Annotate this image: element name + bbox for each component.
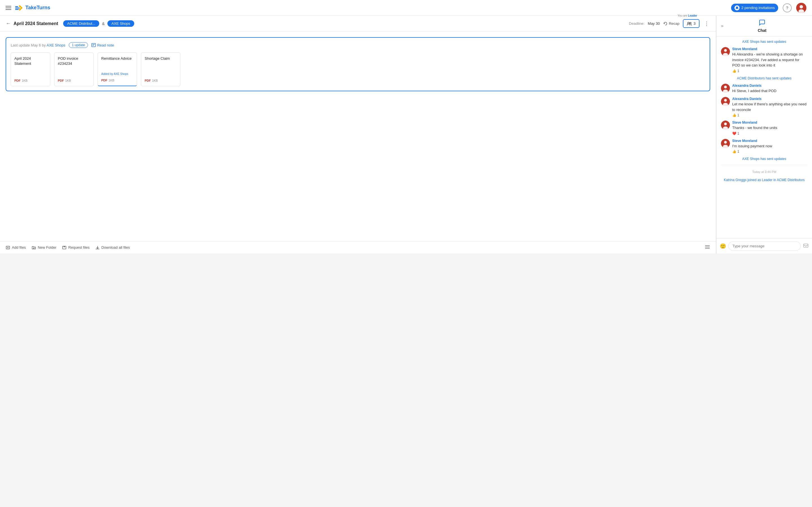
nav-right: 2 pending invitations ? <box>731 3 806 13</box>
file-card[interactable]: Shortage Claim PDF 1KB <box>141 52 181 86</box>
more-button[interactable]: ⋮ <box>703 19 710 28</box>
file-type: PDF <box>14 79 20 82</box>
msg-body-2: Alexandra Daniels Hi Steve, I added that… <box>732 83 808 94</box>
ampersand: & <box>102 21 105 26</box>
msg-text-2: Hi Steve, I added that POD <box>732 88 808 94</box>
svg-point-27 <box>724 141 727 144</box>
chat-message-4: Steve Moreland Thanks - we found the uni… <box>721 121 808 135</box>
file-size: 1KB <box>152 79 158 82</box>
logo[interactable]: TakeTurns <box>15 4 50 12</box>
file-card-footer: PDF 1KB <box>14 78 47 82</box>
svg-point-24 <box>724 122 727 125</box>
notifications-label: 2 pending invitations <box>741 6 775 10</box>
you-are-leader: You are Leader <box>677 14 697 17</box>
msg-body-4: Steve Moreland Thanks - we found the uni… <box>732 121 808 135</box>
send-button[interactable] <box>803 243 809 249</box>
time-separator: Today at 3:44 PM <box>721 170 808 173</box>
msg-reaction-3[interactable]: 👍 1 <box>732 113 808 117</box>
new-folder-button[interactable]: New Folder <box>32 245 56 250</box>
msg-reaction-4[interactable]: ❤️ 1 <box>732 131 808 135</box>
file-size: 1KB <box>65 79 71 82</box>
download-all-button[interactable]: Download all files <box>95 245 130 250</box>
participants-button[interactable]: 3 <box>683 19 700 28</box>
bottom-toolbar: Add files New Folder Request files Downl… <box>0 241 716 253</box>
file-card-name: POD invoice #234234 <box>58 56 90 66</box>
content-border: Last update May 6 by AXE Shops 1 update … <box>6 37 710 91</box>
nav-left: TakeTurns <box>6 4 50 12</box>
last-update-by-link[interactable]: AXE Shops <box>47 43 65 47</box>
file-size: 1KB <box>22 79 28 82</box>
back-button[interactable]: ← <box>6 20 11 26</box>
chat-message-5: Steve Moreland I'm issuing payment now 👍… <box>721 139 808 154</box>
file-size: 1KB <box>109 78 114 82</box>
company1-tag[interactable]: ACME Distribut... <box>63 20 99 27</box>
chat-message-1: Steve Moreland Hi Alexandra - we're show… <box>721 47 808 73</box>
steve-avatar-2 <box>721 121 730 129</box>
file-type: PDF <box>58 79 64 82</box>
msg-sender-2: Alexandra Daniels <box>732 83 808 88</box>
header-right: Deadline: May 30 Recap You are Leader <box>629 19 710 28</box>
msg-text-1: Hi Alexandra - we're showing a shortage … <box>732 52 808 68</box>
chat-message-2: Alexandra Daniels Hi Steve, I added that… <box>721 83 808 94</box>
file-card-name: Shortage Claim <box>145 56 177 61</box>
system-message-3: AXE Shops has sent updates <box>721 157 808 161</box>
chat-title-area: Chat <box>758 19 766 33</box>
file-card-footer: PDF 1KB <box>101 78 133 82</box>
chat-input-area: 🙂 <box>716 238 812 253</box>
chat-title: Chat <box>758 28 766 33</box>
steve-avatar-1 <box>721 47 730 56</box>
chat-header: » Chat <box>716 16 812 36</box>
participants-count: 3 <box>694 21 696 25</box>
content-header: Last update May 6 by AXE Shops 1 update … <box>11 42 705 48</box>
chat-input[interactable] <box>728 241 801 251</box>
svg-point-15 <box>724 49 727 52</box>
join-message: Katrina Greggs joined as Leader in ACME … <box>721 178 808 182</box>
chat-icon <box>759 19 765 27</box>
file-card-footer: PDF 1KB <box>58 78 90 82</box>
added-by: Added by AXE Shops <box>101 72 133 75</box>
company2-tag[interactable]: AXE Shops <box>107 20 134 27</box>
subheader: ← April 2024 Statement ACME Distribut...… <box>0 16 716 32</box>
file-type: PDF <box>101 78 107 82</box>
system-message-2: ACME Distributors has sent updates <box>721 76 808 80</box>
help-button[interactable]: ? <box>783 3 792 12</box>
file-card[interactable]: POD invoice #234234 PDF 1KB <box>54 52 94 86</box>
alexandra-avatar-2 <box>721 97 730 106</box>
svg-point-6 <box>688 22 689 24</box>
add-files-button[interactable]: Add files <box>6 245 26 250</box>
files-grid: April 2024 Statement PDF 1KB POD invoice… <box>11 52 705 86</box>
msg-text-3: Let me know if there's anything else you… <box>732 101 808 112</box>
steve-avatar-3 <box>721 139 730 148</box>
file-card-highlighted[interactable]: Remittance Advice Added by AXE Shops PDF… <box>98 52 137 86</box>
msg-sender-1: Steve Moreland <box>732 47 808 51</box>
main-layout: ← April 2024 Statement ACME Distribut...… <box>0 16 812 253</box>
read-note-button[interactable]: Read note <box>91 43 114 47</box>
svg-rect-0 <box>15 6 18 7</box>
file-card[interactable]: April 2024 Statement PDF 1KB <box>11 52 50 86</box>
update-badge[interactable]: 1 update <box>69 42 88 48</box>
collapse-button[interactable]: » <box>721 23 723 29</box>
msg-reaction-1[interactable]: 👍 1 <box>732 69 808 73</box>
system-message-1: AXE Shops has sent updates <box>721 40 808 44</box>
user-avatar[interactable] <box>796 3 806 13</box>
svg-rect-29 <box>804 244 808 247</box>
chat-panel: » Chat AXE Shops has sent updates <box>716 16 812 253</box>
file-card-name: April 2024 Statement <box>14 56 47 66</box>
emoji-button[interactable]: 🙂 <box>720 243 726 249</box>
msg-sender-5: Steve Moreland <box>732 139 808 143</box>
chat-messages: AXE Shops has sent updates Steve Morelan… <box>716 36 812 238</box>
toolbar-menu-icon[interactable] <box>705 245 710 250</box>
request-files-button[interactable]: Request files <box>62 245 89 250</box>
top-navigation: TakeTurns 2 pending invitations ? <box>0 0 812 16</box>
msg-sender-3: Alexandra Daniels <box>732 97 808 101</box>
msg-body-1: Steve Moreland Hi Alexandra - we're show… <box>732 47 808 73</box>
msg-body-3: Alexandra Daniels Let me know if there's… <box>732 97 808 117</box>
recap-button[interactable]: Recap <box>663 21 679 26</box>
svg-rect-8 <box>92 43 96 47</box>
notifications-button[interactable]: 2 pending invitations <box>731 4 778 12</box>
hamburger-menu[interactable] <box>6 6 11 10</box>
msg-reaction-5[interactable]: 👍 1 <box>732 150 808 154</box>
last-update: Last update May 6 by AXE Shops <box>11 43 65 47</box>
logo-text: TakeTurns <box>26 5 50 11</box>
chat-divider <box>721 165 808 165</box>
